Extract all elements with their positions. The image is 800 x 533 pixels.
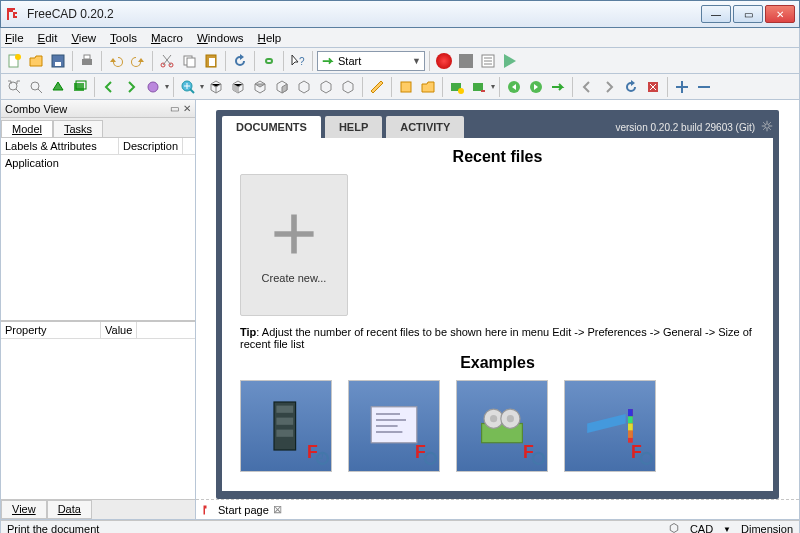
rear-icon[interactable] <box>294 77 314 97</box>
bottom-icon[interactable] <box>316 77 336 97</box>
menu-tools[interactable]: Tools <box>110 32 137 44</box>
combo-tab-model[interactable]: Model <box>1 120 53 137</box>
fit-all-icon[interactable] <box>4 77 24 97</box>
menu-macro[interactable]: Macro <box>151 32 183 44</box>
prop-col-property[interactable]: Property <box>1 322 101 338</box>
dimension-label[interactable]: Dimension <box>741 523 793 533</box>
refresh-icon[interactable] <box>230 51 250 71</box>
svg-rect-45 <box>628 409 633 416</box>
whatsthis-icon[interactable]: ? <box>288 51 308 71</box>
svg-rect-30 <box>276 418 293 425</box>
bounding-box-icon[interactable] <box>70 77 90 97</box>
workbench-label: Start <box>338 55 361 67</box>
svg-rect-48 <box>628 430 633 437</box>
web-refresh-icon[interactable] <box>548 77 568 97</box>
macro-list-icon[interactable] <box>478 51 498 71</box>
example-card[interactable]: F <box>348 380 440 472</box>
tree-body[interactable]: Application <box>1 155 195 321</box>
svg-rect-20 <box>401 82 411 92</box>
link-actions-icon[interactable] <box>469 77 489 97</box>
menu-file[interactable]: File <box>5 32 24 44</box>
web-forward-icon[interactable] <box>526 77 546 97</box>
right-icon[interactable] <box>272 77 292 97</box>
close-button[interactable]: ✕ <box>765 5 795 23</box>
paste-icon[interactable] <box>201 51 221 71</box>
svg-point-18 <box>148 82 158 92</box>
create-new-label: Create new... <box>262 272 327 284</box>
menu-view[interactable]: View <box>71 32 96 44</box>
left-icon[interactable] <box>338 77 358 97</box>
save-icon[interactable] <box>48 51 68 71</box>
prop-col-value[interactable]: Value <box>101 322 137 338</box>
undo-icon[interactable] <box>106 51 126 71</box>
link-select-icon[interactable] <box>143 77 163 97</box>
mdi-tab-startpage[interactable]: Start page ⊠ <box>196 499 799 519</box>
nav-forward-icon[interactable] <box>121 77 141 97</box>
combo-bottom-view[interactable]: View <box>1 500 47 519</box>
macro-play-icon[interactable] <box>500 51 520 71</box>
print-icon[interactable] <box>77 51 97 71</box>
nav-prev-icon[interactable] <box>577 77 597 97</box>
isometric-icon[interactable] <box>206 77 226 97</box>
start-tab-documents[interactable]: DOCUMENTS <box>222 116 321 138</box>
mdi-tab-close-icon[interactable]: ⊠ <box>273 503 282 516</box>
nav-style-icon[interactable] <box>668 522 680 533</box>
example-card[interactable]: F <box>240 380 332 472</box>
workbench-selector[interactable]: Start ▼ <box>317 51 425 71</box>
zoom-minus-icon[interactable] <box>694 77 714 97</box>
menu-edit[interactable]: Edit <box>38 32 58 44</box>
measure-icon[interactable] <box>367 77 387 97</box>
nav-back-icon[interactable] <box>99 77 119 97</box>
link-icon[interactable] <box>259 51 279 71</box>
maximize-button[interactable]: ▭ <box>733 5 763 23</box>
example-card[interactable]: F <box>564 380 656 472</box>
macro-record-icon[interactable] <box>434 51 454 71</box>
create-new-card[interactable]: Create new... <box>240 174 348 316</box>
svg-rect-9 <box>187 58 195 67</box>
tree-col-labels[interactable]: Labels & Attributes <box>1 138 119 154</box>
web-back-icon[interactable] <box>504 77 524 97</box>
menubar: File Edit View Tools Macro Windows Help <box>0 28 800 48</box>
combo-close-icon[interactable]: ✕ <box>183 103 191 114</box>
group-icon[interactable] <box>418 77 438 97</box>
start-tab-help[interactable]: HELP <box>325 116 382 138</box>
new-icon[interactable] <box>4 51 24 71</box>
draw-style-icon[interactable] <box>48 77 68 97</box>
combo-float-icon[interactable]: ▭ <box>170 103 179 114</box>
tree-root-item[interactable]: Application <box>5 157 59 169</box>
menu-help[interactable]: Help <box>258 32 282 44</box>
cut-icon[interactable] <box>157 51 177 71</box>
nav-next-icon[interactable] <box>599 77 619 97</box>
zoom-in-icon[interactable] <box>178 77 198 97</box>
start-tab-activity[interactable]: ACTIVITY <box>386 116 464 138</box>
combo-title-label: Combo View <box>5 103 67 115</box>
nav-style-label[interactable]: CAD <box>690 523 713 533</box>
svg-point-22 <box>458 88 464 94</box>
minimize-button[interactable]: — <box>701 5 731 23</box>
front-icon[interactable] <box>228 77 248 97</box>
settings-icon[interactable] <box>761 120 773 134</box>
link-make-icon[interactable] <box>447 77 467 97</box>
reload-icon[interactable] <box>621 77 641 97</box>
status-message: Print the document <box>7 523 99 533</box>
stop-load-icon[interactable] <box>643 77 663 97</box>
menu-windows[interactable]: Windows <box>197 32 244 44</box>
top-icon[interactable] <box>250 77 270 97</box>
zoom-plus-icon[interactable] <box>672 77 692 97</box>
example-card[interactable]: F <box>456 380 548 472</box>
redo-icon[interactable] <box>128 51 148 71</box>
copy-icon[interactable] <box>179 51 199 71</box>
fit-selection-icon[interactable] <box>26 77 46 97</box>
macro-stop-icon[interactable] <box>456 51 476 71</box>
svg-rect-5 <box>84 55 90 59</box>
toolbar-row-1: ? Start ▼ <box>0 48 800 74</box>
combo-bottom-data[interactable]: Data <box>47 500 92 519</box>
open-icon[interactable] <box>26 51 46 71</box>
tree-col-desc[interactable]: Description <box>119 138 183 154</box>
recent-files-heading: Recent files <box>240 148 755 166</box>
part-icon[interactable] <box>396 77 416 97</box>
combo-tab-tasks[interactable]: Tasks <box>53 120 103 137</box>
svg-rect-11 <box>209 58 215 66</box>
examples-heading: Examples <box>240 354 755 372</box>
combo-title: Combo View ▭✕ <box>1 100 195 118</box>
